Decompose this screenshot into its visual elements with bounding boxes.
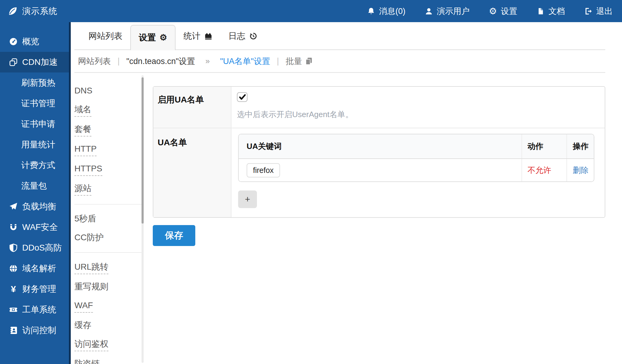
sidebar-item-label: 流量包 xyxy=(21,180,47,192)
submenu-item-origin[interactable]: 源站 xyxy=(74,183,145,196)
action-value: 不允许 xyxy=(528,165,551,176)
breadcrumb-separator: | xyxy=(277,56,279,66)
sidebar-item-dns-resolve[interactable]: 域名解析 xyxy=(0,258,69,279)
delete-link[interactable]: 删除 xyxy=(573,165,589,176)
copy-icon xyxy=(305,57,313,66)
ua-form: 启用UA名单 选中后表示开启UserAgent名单。 UA名单 xyxy=(145,73,605,364)
table-header-row: UA关键词 动作 操作 xyxy=(239,134,594,159)
sidebar-item-cdn[interactable]: CDN加速 xyxy=(0,52,69,72)
submenu-scrollbar[interactable] xyxy=(142,75,144,363)
submenu-item-5s-shield[interactable]: 5秒盾 xyxy=(74,214,145,225)
sidebar-item-load-balance[interactable]: 负载均衡 xyxy=(0,196,69,217)
submenu-item-url-redirect[interactable]: URL跳转 xyxy=(74,262,145,274)
header-ua-keyword: UA关键词 xyxy=(239,134,521,158)
ua-list-field: UA关键词 动作 操作 firefox 不允许 xyxy=(231,128,605,217)
enable-ua-label: 启用UA名单 xyxy=(153,87,231,128)
add-keyword-button[interactable]: + xyxy=(238,190,257,208)
gear-icon: ⚙ xyxy=(488,7,497,16)
sidebar-item-billing-method[interactable]: 计费方式 xyxy=(0,155,69,176)
gear-icon: ⚙ xyxy=(159,33,167,42)
tab-logs[interactable]: 日志 xyxy=(220,22,265,50)
messages-button[interactable]: 消息(0) xyxy=(367,6,405,17)
settings-label: 设置 xyxy=(501,6,517,17)
sidebar-item-label: 域名解析 xyxy=(22,263,56,274)
submenu-item-rewrite-rules[interactable]: 重写规则 xyxy=(74,281,145,293)
settings-button[interactable]: ⚙ 设置 xyxy=(488,6,517,17)
header-action: 动作 xyxy=(521,134,566,158)
submenu-item-plan[interactable]: 套餐 xyxy=(74,124,145,136)
sidebar-item-ddos[interactable]: DDoS高防 xyxy=(0,238,69,258)
check-icon xyxy=(238,93,247,101)
user-button[interactable]: 演示用户 xyxy=(424,6,470,17)
logout-button[interactable]: 退出 xyxy=(584,6,613,17)
user-icon xyxy=(424,7,433,16)
sidebar-item-access-control[interactable]: 访问控制 xyxy=(0,320,69,341)
submenu-item-http[interactable]: HTTP xyxy=(74,144,145,156)
ticket-icon xyxy=(9,305,18,315)
docs-button[interactable]: 文档 xyxy=(536,6,565,17)
sidebar-item-label: 刷新预热 xyxy=(21,77,55,89)
app-window: 演示系统 消息(0) 演示用户 xyxy=(0,0,622,364)
paper-plane-icon xyxy=(9,202,18,211)
sidebar-item-waf[interactable]: WAF安全 xyxy=(0,217,69,238)
tab-stats[interactable]: 统计 xyxy=(176,22,220,50)
submenu-divider xyxy=(74,252,142,253)
keyword-tag[interactable]: firefox xyxy=(247,163,280,177)
id-card-icon xyxy=(9,325,18,335)
sidebar-item-cert-apply[interactable]: 证书申请 xyxy=(0,114,69,134)
enable-ua-hint: 选中后表示开启UserAgent名单。 xyxy=(237,109,599,128)
submenu-scrollbar-thumb[interactable] xyxy=(142,77,144,224)
magnet-icon xyxy=(9,222,18,232)
sidebar-item-usage-stats[interactable]: 用量统计 xyxy=(0,134,69,155)
tab-site-list[interactable]: 网站列表 xyxy=(80,22,130,50)
submenu-item-cache[interactable]: 缓存 xyxy=(74,320,145,332)
batch-button[interactable]: 批量 xyxy=(285,56,313,67)
logout-label: 退出 xyxy=(596,6,613,17)
submenu-item-dns[interactable]: DNS xyxy=(74,86,145,97)
sidebar-item-label: 访问控制 xyxy=(22,325,56,336)
history-icon xyxy=(249,32,258,40)
settings-body: DNS 域名 套餐 HTTP HTTPS 源站 5秒盾 CC防护 URL跳转 重… xyxy=(74,73,605,364)
chart-area-icon xyxy=(204,32,213,40)
top-menu: 消息(0) 演示用户 ⚙ 设置 xyxy=(367,6,622,17)
ua-list-row: UA名单 UA关键词 动作 操作 firefox xyxy=(153,128,605,217)
sidebar-item-refresh-preheat[interactable]: 刷新预热 xyxy=(0,72,69,93)
breadcrumb-current[interactable]: "UA名单"设置 xyxy=(220,56,270,67)
breadcrumb: 网站列表 | "cdn.teaos.cn"设置 » "UA名单"设置 | 批量 xyxy=(74,50,605,73)
sign-out-icon xyxy=(584,7,593,16)
globe-icon xyxy=(9,264,18,273)
sidebar-item-traffic-package[interactable]: 流量包 xyxy=(0,176,69,196)
submenu-item-access-auth[interactable]: 访问鉴权 xyxy=(74,339,145,351)
sidebar-item-label: 用量统计 xyxy=(21,139,55,150)
enable-ua-row: 启用UA名单 选中后表示开启UserAgent名单。 xyxy=(153,87,605,128)
breadcrumb-site-settings[interactable]: "cdn.teaos.cn"设置 xyxy=(126,56,195,67)
table-row: firefox 不允许 删除 xyxy=(239,159,594,181)
dashboard-icon xyxy=(9,37,18,46)
sidebar-item-tickets[interactable]: 工单系统 xyxy=(0,299,69,320)
batch-label: 批量 xyxy=(285,56,302,67)
tab-settings[interactable]: 设置 ⚙ xyxy=(130,25,176,50)
header-operation: 操作 xyxy=(566,134,594,158)
submenu-divider xyxy=(74,204,142,204)
settings-submenu: DNS 域名 套餐 HTTP HTTPS 源站 5秒盾 CC防护 URL跳转 重… xyxy=(74,73,145,364)
user-label: 演示用户 xyxy=(437,6,470,17)
breadcrumb-site-list[interactable]: 网站列表 xyxy=(78,56,111,67)
enable-ua-checkbox[interactable] xyxy=(237,92,248,102)
submenu-item-waf[interactable]: WAF xyxy=(74,300,145,313)
tab-label: 网站列表 xyxy=(88,30,122,42)
sidebar: 概览 CDN加速 刷新预热 证书管理 证书申请 用量统计 计费方式 xyxy=(0,22,71,364)
submenu-item-https[interactable]: HTTPS xyxy=(74,163,145,176)
sidebar-item-overview[interactable]: 概览 xyxy=(0,31,69,52)
sidebar-item-finance[interactable]: ¥ 财务管理 xyxy=(0,279,69,299)
submenu-item-cc-protect[interactable]: CC防护 xyxy=(74,232,145,244)
shield-icon xyxy=(9,243,18,253)
messages-label: 消息(0) xyxy=(379,6,405,17)
sidebar-item-cert-manage[interactable]: 证书管理 xyxy=(0,93,69,114)
enable-ua-field: 选中后表示开启UserAgent名单。 xyxy=(231,87,605,128)
submenu-item-domain[interactable]: 域名 xyxy=(74,104,145,117)
brand[interactable]: 演示系统 xyxy=(0,5,57,17)
action-cell: 不允许 xyxy=(521,159,566,181)
submenu-item-hotlink-protect[interactable]: 防盗链 xyxy=(74,359,145,364)
ua-keyword-table: UA关键词 动作 操作 firefox 不允许 xyxy=(238,134,594,182)
save-button[interactable]: 保存 xyxy=(153,225,195,246)
